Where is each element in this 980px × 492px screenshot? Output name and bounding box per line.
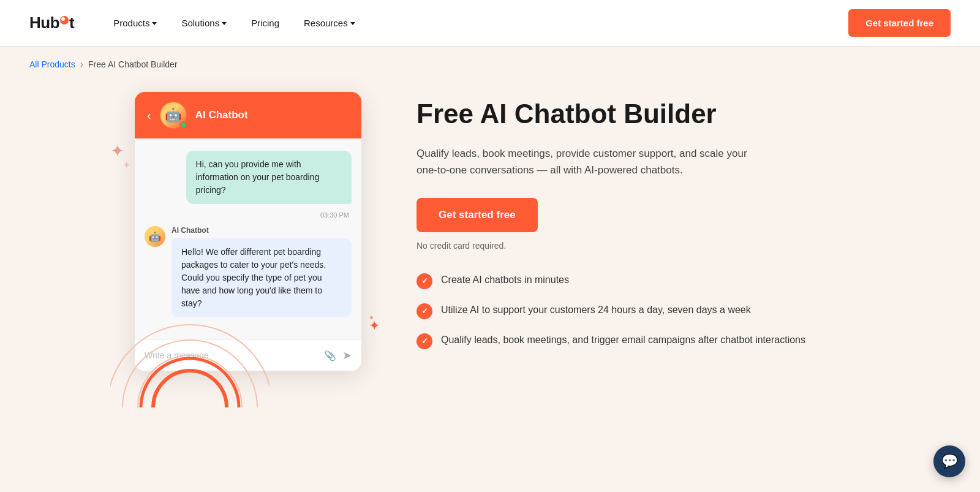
breadcrumb: All Products › Free AI Chatbot Builder [0, 47, 980, 80]
bot-avatar: 🤖 [145, 226, 165, 247]
nav-links: Products Solutions Pricing Resources [104, 13, 848, 33]
attachment-icon[interactable]: 📎 [324, 350, 336, 361]
chevron-down-icon [152, 22, 157, 25]
nav-resources[interactable]: Resources [294, 13, 365, 33]
check-icon-1 [417, 273, 432, 289]
chat-bot-name: AI Chatbot [195, 109, 248, 121]
breadcrumb-link[interactable]: All Products [29, 59, 75, 69]
nav-products[interactable]: Products [104, 13, 167, 33]
message-timestamp: 03:30 PM [145, 211, 352, 219]
send-icon[interactable]: ➤ [342, 349, 352, 362]
feature-label-3: Qualify leads, book meetings, and trigge… [441, 333, 805, 347]
nav-pricing[interactable]: Pricing [241, 13, 289, 33]
main-content: ✦ ✦ ✦ ● ‹ 🤖 AI Chatbot Hi, can you provi… [61, 80, 919, 407]
nav-solutions[interactable]: Solutions [172, 13, 236, 33]
features-list: Create AI chatbots in minutes Utilize AI… [417, 273, 845, 349]
svg-point-0 [153, 371, 227, 407]
bot-message-row: 🤖 AI Chatbot Hello! We offer different p… [145, 226, 352, 317]
chevron-down-icon [222, 22, 227, 25]
bot-message-bubble: Hello! We offer different pet boarding p… [172, 238, 352, 317]
breadcrumb-separator: › [80, 59, 83, 70]
logo[interactable]: Hubt [29, 13, 74, 32]
feature-label-2: Utilize AI to support your customers 24 … [441, 303, 751, 317]
sparkle-icon-2: ✦ [123, 159, 130, 171]
feature-item-3: Qualify leads, book meetings, and trigge… [417, 333, 845, 349]
chat-body: Hi, can you provide me with information … [135, 138, 361, 339]
page-title: Free AI Chatbot Builder [417, 98, 845, 131]
chat-back-icon[interactable]: ‹ [147, 108, 151, 123]
hero-description: Qualify leads, book meetings, provide cu… [417, 145, 760, 178]
hero-content: Free AI Chatbot Builder Qualify leads, b… [417, 92, 845, 349]
chat-footer: Write a message 📎 ➤ [135, 339, 361, 371]
chat-input[interactable]: Write a message [145, 350, 318, 360]
hero-cta-button[interactable]: Get started free [417, 198, 538, 232]
feature-item-2: Utilize AI to support your customers 24 … [417, 303, 845, 319]
avatar: 🤖 [160, 102, 187, 129]
chat-mockup-wrapper: ✦ ✦ ✦ ● ‹ 🤖 AI Chatbot Hi, can you provi… [135, 92, 368, 371]
sparkle-icon-4: ● [369, 313, 374, 322]
bot-name-label: AI Chatbot [172, 226, 352, 235]
breadcrumb-current: Free AI Chatbot Builder [88, 59, 178, 69]
chat-card: ‹ 🤖 AI Chatbot Hi, can you provide me wi… [135, 92, 361, 371]
feature-item-1: Create AI chatbots in minutes [417, 273, 845, 289]
online-indicator [179, 121, 187, 129]
feature-label-1: Create AI chatbots in minutes [441, 273, 569, 287]
logo-text: Hubt [29, 13, 74, 32]
chat-header: ‹ 🤖 AI Chatbot [135, 92, 361, 138]
nav-cta-button[interactable]: Get started free [848, 9, 951, 37]
check-icon-3 [417, 333, 432, 349]
no-credit-card-text: No credit card required. [417, 241, 845, 251]
sparkle-icon-1: ✦ [110, 141, 124, 161]
user-message-bubble: Hi, can you provide me with information … [186, 151, 352, 204]
navbar: Hubt Products Solutions Pricing Resource… [0, 0, 980, 47]
check-icon-2 [417, 303, 432, 319]
chevron-down-icon [350, 22, 355, 25]
